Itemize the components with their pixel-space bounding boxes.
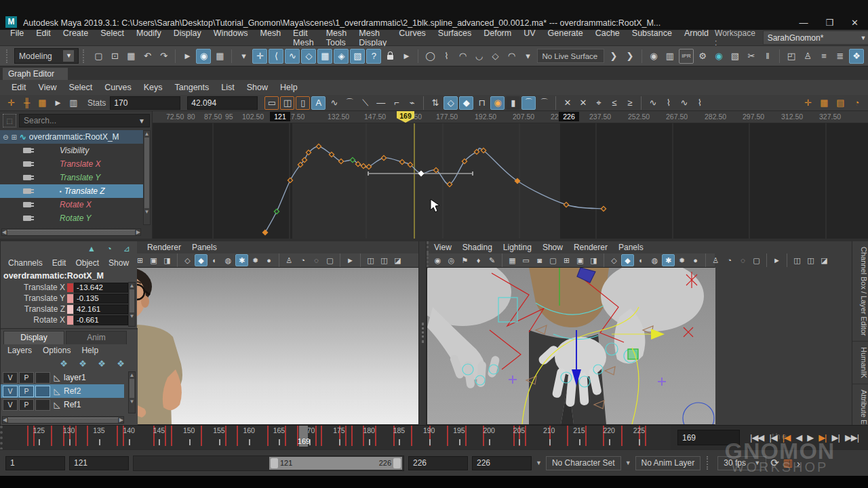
- chevron-down-icon[interactable]: ▼: [536, 460, 542, 466]
- menu-arnold[interactable]: Arnold: [678, 28, 715, 47]
- bookmark-icon[interactable]: ⚑: [458, 254, 471, 266]
- graph-editor-canvas[interactable]: 72.508087.5095102.50117.50132.50147.5016…: [153, 111, 868, 239]
- textured-mode-icon[interactable]: ◐: [635, 254, 648, 266]
- menu-display[interactable]: Display: [167, 28, 208, 47]
- single-pane-layout-icon[interactable]: ◰: [784, 49, 799, 64]
- safe-action-icon[interactable]: ▣: [147, 254, 160, 266]
- safe-title-icon[interactable]: ◨: [161, 254, 174, 266]
- range-slider-active[interactable]: 121 226: [269, 457, 402, 470]
- stats-frame-field[interactable]: 170: [110, 96, 180, 110]
- render-view-icon[interactable]: ◉: [646, 49, 661, 64]
- outliner-item-rotate-y[interactable]: Rotate Y: [0, 211, 144, 225]
- slider-mode-icon[interactable]: ◔: [103, 243, 115, 255]
- channel-value-field[interactable]: 42.161: [74, 304, 128, 314]
- rangebar-grip[interactable]: [707, 456, 711, 470]
- menu-modify[interactable]: Modify: [130, 28, 167, 47]
- current-frame-marker[interactable]: 169: [397, 111, 414, 123]
- menu-edit[interactable]: Edit: [5, 83, 33, 92]
- screen-space-ao-icon[interactable]: ✱: [662, 254, 675, 266]
- close-icon[interactable]: ✕: [851, 18, 859, 28]
- move-keys-icon[interactable]: ✛: [4, 96, 18, 110]
- menu-curves[interactable]: Curves: [98, 83, 138, 92]
- playblast-icon[interactable]: ▥: [783, 457, 793, 469]
- clamped-tangent-icon[interactable]: ⌒: [342, 96, 357, 110]
- film-gate-icon[interactable]: ▭: [519, 254, 532, 266]
- select-object-icon[interactable]: ◉: [196, 49, 211, 64]
- expand-left-icon[interactable]: ❯: [606, 49, 621, 64]
- frame-playback-icon[interactable]: ◫: [280, 96, 294, 110]
- make-live-icon[interactable]: ◈: [334, 49, 349, 64]
- sidebar-tab-channel-box-layer-editor[interactable]: Channel Box / Layer Editor: [852, 241, 868, 342]
- shadows-icon[interactable]: ●: [262, 254, 275, 266]
- layer-visible-toggle[interactable]: V: [3, 372, 18, 384]
- go-to-start-button[interactable]: |◀◀: [748, 432, 766, 443]
- menu-curves[interactable]: Curves: [393, 28, 432, 47]
- graph-editor-ruler[interactable]: 72.508087.5095102.50117.50132.50147.5016…: [153, 111, 868, 123]
- step-forward-key-button[interactable]: ▶|: [816, 432, 828, 443]
- chevron-down-icon[interactable]: ▼: [861, 35, 867, 41]
- insert-keys-icon[interactable]: ╫: [20, 96, 34, 110]
- highlight-selection-icon[interactable]: ►: [399, 49, 414, 64]
- screen-space-ao-icon[interactable]: ✱: [235, 254, 248, 266]
- channel-value-field[interactable]: -13.642: [74, 283, 128, 293]
- range-tag[interactable]: 121: [270, 112, 290, 121]
- snap-grid-icon[interactable]: ✛: [252, 49, 267, 64]
- go-to-end-button[interactable]: ▶▶|: [843, 432, 861, 443]
- layer-extra-cell[interactable]: [35, 399, 50, 411]
- menu-cache[interactable]: Cache: [589, 28, 626, 47]
- snap-together-icon[interactable]: ▧: [350, 49, 365, 64]
- four-pane-layout-icon[interactable]: ≣: [833, 49, 848, 64]
- grease-pencil-icon[interactable]: ▢: [323, 254, 336, 266]
- wireframe-icon[interactable]: ◇: [181, 254, 194, 266]
- normal-snap-icon[interactable]: ◠: [504, 49, 519, 64]
- menu-mesh-tools[interactable]: Mesh Tools: [320, 28, 353, 47]
- flat-tangent-icon[interactable]: —: [374, 96, 388, 110]
- outliner-item-translate-y[interactable]: Translate Y: [0, 171, 144, 184]
- render-current-icon[interactable]: ▥: [663, 49, 677, 64]
- filter-curve-icon[interactable]: ⌇: [692, 96, 707, 110]
- range-tag[interactable]: 226: [559, 112, 579, 121]
- menu-substance[interactable]: Substance: [626, 28, 678, 47]
- menu-edit[interactable]: Edit: [47, 258, 71, 268]
- trax-editor-icon[interactable]: ▤: [833, 96, 848, 110]
- graph-editor-tab[interactable]: Graph Editor: [3, 68, 68, 80]
- layer-list-vscrollbar[interactable]: ▲▼: [128, 371, 136, 413]
- pane-layout-1-icon[interactable]: ◫: [791, 254, 804, 266]
- animation-end-field[interactable]: 226: [472, 456, 532, 470]
- character-set-select[interactable]: No Character Set: [546, 456, 621, 470]
- spline-tangent-icon[interactable]: ∿: [327, 96, 341, 110]
- isolate-select-icon[interactable]: ♙: [709, 254, 722, 266]
- paint-effects-icon[interactable]: ✂: [744, 49, 759, 64]
- playback-start-field[interactable]: 121: [69, 456, 129, 470]
- menu-tangents[interactable]: Tangents: [169, 83, 216, 92]
- layer-color-swatch[interactable]: ◺: [52, 373, 62, 382]
- xray-icon[interactable]: ◔: [723, 254, 736, 266]
- safe-title-icon[interactable]: ◨: [587, 254, 600, 266]
- show-keyable-icon[interactable]: ▲: [85, 243, 98, 255]
- menu-generate[interactable]: Generate: [542, 28, 589, 47]
- menu-view[interactable]: View: [33, 83, 63, 92]
- snap-curve-icon[interactable]: ⟨: [269, 49, 283, 64]
- time-slider[interactable]: 1251301351401451501551601651701751801851…: [0, 426, 671, 450]
- play-forwards-button[interactable]: ▶: [805, 432, 815, 443]
- play-backwards-button[interactable]: ◀: [793, 432, 804, 443]
- current-frame-field[interactable]: 169: [677, 430, 740, 445]
- menu-list[interactable]: List: [215, 83, 240, 92]
- linear-tangent-icon[interactable]: ⟍: [358, 96, 372, 110]
- delete-key-icon[interactable]: ✕: [576, 96, 590, 110]
- layer-visible-toggle[interactable]: V: [3, 399, 18, 411]
- motion-blur-icon[interactable]: ✹: [249, 254, 262, 266]
- use-all-lights-icon[interactable]: ◍: [648, 254, 661, 266]
- layer-row-Ref1[interactable]: VP◺Ref1: [1, 398, 124, 411]
- buffer-snapshot-icon[interactable]: ▮: [506, 96, 520, 110]
- outliner-item-translate-x[interactable]: Translate X: [0, 157, 144, 171]
- move-layer-up-icon[interactable]: ❖: [58, 358, 70, 369]
- right-viewport-canvas[interactable]: [427, 267, 715, 425]
- menu-select[interactable]: Select: [62, 83, 98, 92]
- grid-icon[interactable]: ▦: [506, 254, 519, 266]
- expand-icon[interactable]: ⊞: [11, 134, 16, 141]
- safe-action-icon[interactable]: ▣: [574, 254, 587, 266]
- outliner-root-node[interactable]: ⊖ ⊞ ∿ overdrammatic:RootX_M: [0, 130, 144, 144]
- menu-lighting[interactable]: Lighting: [498, 243, 537, 252]
- menu-channels[interactable]: Channels: [3, 258, 47, 268]
